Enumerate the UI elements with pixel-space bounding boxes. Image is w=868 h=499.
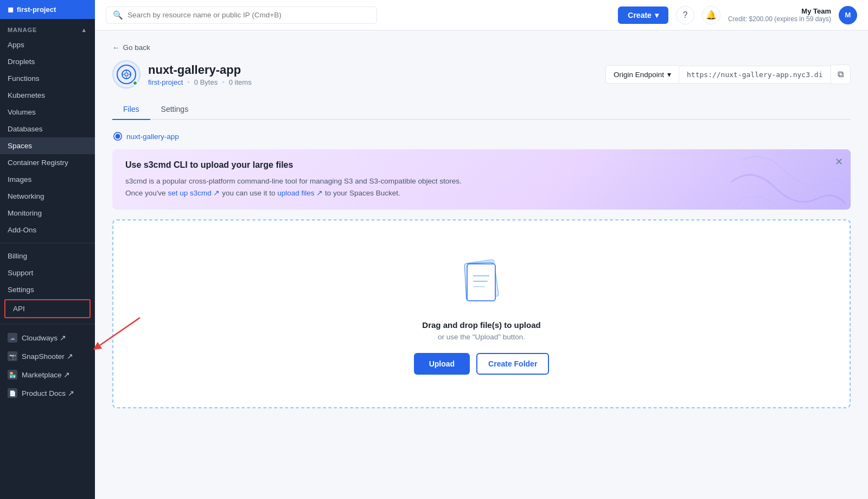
banner-line2-middle: you can use it to — [220, 189, 277, 197]
dropzone[interactable]: Drag and drop file(s) to upload or use t… — [112, 219, 851, 408]
sidebar-item-label: Apps — [8, 41, 24, 49]
dropzone-icon — [457, 253, 506, 309]
team-name: My Team — [728, 7, 831, 15]
breadcrumb-label: nuxt-gallery-app — [126, 132, 179, 141]
tab-files[interactable]: Files — [112, 99, 150, 120]
sidebar: ◼ first-project MANAGE ▲ Apps Droplets F… — [0, 0, 95, 499]
app-meta: first-project • 0 Bytes • 0 items — [148, 78, 605, 86]
copy-url-button[interactable]: ⧉ — [831, 65, 851, 84]
sidebar-item-databases[interactable]: Databases — [0, 121, 95, 137]
sidebar-divider1 — [0, 243, 95, 243]
search-input[interactable] — [127, 11, 370, 19]
cloudways-icon: ☁ — [8, 333, 17, 343]
sidebar-item-settings[interactable]: Settings — [0, 281, 95, 298]
banner-line2-prefix: Once you've — [125, 189, 168, 197]
sidebar-item-label: Container Registry — [8, 159, 68, 167]
notifications-button[interactable]: 🔔 — [702, 6, 720, 24]
sidebar-item-billing[interactable]: Billing — [0, 248, 95, 264]
team-credit: Credit: $200.00 (expires in 59 days) — [728, 15, 831, 23]
sidebar-item-spaces[interactable]: Spaces — [0, 137, 95, 154]
svg-point-2 — [125, 73, 128, 76]
help-button[interactable]: ? — [676, 6, 694, 24]
sidebar-item-cloudways[interactable]: ☁ Cloudways ↗ — [0, 329, 95, 347]
create-button[interactable]: Create ▾ — [618, 7, 668, 24]
sidebar-item-product-docs[interactable]: 📄 Product Docs ↗ — [0, 384, 95, 402]
dropzone-actions: Upload Create Folder — [414, 353, 550, 375]
sidebar-item-networking[interactable]: Networking — [0, 188, 95, 205]
endpoint-label: Origin Endpoint — [614, 71, 664, 79]
app-name: nuxt-gallery-app — [148, 63, 605, 77]
sidebar-item-label: Monitoring — [8, 209, 42, 217]
sidebar-item-apps[interactable]: Apps — [0, 36, 95, 53]
sidebar-item-label: Add-Ons — [8, 226, 36, 234]
sidebar-item-label: Droplets — [8, 58, 35, 66]
create-folder-button[interactable]: Create Folder — [476, 353, 549, 375]
create-label: Create — [628, 11, 652, 20]
copy-icon: ⧉ — [838, 70, 844, 79]
upload-label: Upload — [429, 359, 455, 368]
upload-files-link[interactable]: upload files ↗ — [277, 189, 323, 197]
sidebar-item-kubernetes[interactable]: Kubernetes — [0, 87, 95, 104]
breadcrumb[interactable]: nuxt-gallery-app — [112, 131, 851, 142]
avatar[interactable]: M — [839, 6, 857, 24]
sidebar-item-container-registry[interactable]: Container Registry — [0, 154, 95, 171]
sidebar-item-label: Billing — [8, 252, 27, 260]
sidebar-item-support[interactable]: Support — [0, 264, 95, 281]
collapse-icon[interactable]: ▲ — [81, 27, 87, 33]
docs-icon: 📄 — [8, 388, 17, 398]
team-info: My Team Credit: $200.00 (expires in 59 d… — [728, 7, 831, 23]
project-link[interactable]: first-project — [148, 78, 183, 86]
sidebar-item-api[interactable]: API — [4, 299, 91, 318]
sidebar-divider2 — [0, 324, 95, 324]
banner-line1: s3cmd is a popular cross-platform comman… — [125, 177, 462, 185]
sidebar-item-label: API — [13, 305, 25, 313]
sidebar-item-monitoring[interactable]: Monitoring — [0, 205, 95, 222]
endpoint-url-input[interactable] — [679, 66, 831, 84]
tab-settings[interactable]: Settings — [150, 99, 200, 120]
endpoint-select[interactable]: Origin Endpoint ▾ — [605, 65, 679, 84]
dropzone-subtitle: or use the "Upload" button. — [438, 333, 525, 341]
sidebar-item-functions[interactable]: Functions — [0, 70, 95, 87]
go-back-label: Go back — [123, 43, 150, 52]
sidebar-item-droplets[interactable]: Droplets — [0, 53, 95, 70]
create-folder-label: Create Folder — [488, 359, 537, 368]
sidebar-item-snapshooter[interactable]: 📷 SnapShooter ↗ — [0, 347, 95, 365]
sidebar-item-label: Databases — [8, 125, 43, 133]
sidebar-manage-label: MANAGE ▲ — [0, 19, 95, 36]
sidebar-item-images[interactable]: Images — [0, 171, 95, 188]
svg-rect-9 — [467, 264, 495, 301]
breadcrumb-icon — [112, 131, 123, 142]
sidebar-project[interactable]: ◼ first-project — [0, 0, 95, 19]
s3cmd-banner: Use s3cmd CLI to upload your large files… — [112, 149, 851, 210]
project-icon: ◼ — [8, 5, 14, 14]
sidebar-ext-label: Cloudways ↗ — [22, 333, 66, 342]
app-header: nuxt-gallery-app first-project • 0 Bytes… — [112, 60, 851, 89]
sidebar-item-label: Kubernetes — [8, 91, 45, 99]
sidebar-ext-label: Marketplace ↗ — [22, 370, 70, 379]
sidebar-project-label: first-project — [17, 5, 56, 14]
upload-button[interactable]: Upload — [414, 353, 470, 375]
sidebar-item-addons[interactable]: Add-Ons — [0, 222, 95, 238]
sidebar-item-label: Spaces — [8, 142, 32, 150]
topbar-right: Create ▾ ? 🔔 My Team Credit: $200.00 (ex… — [618, 6, 857, 24]
dot-separator: • — [187, 78, 190, 86]
sidebar-item-marketplace[interactable]: 🏪 Marketplace ↗ — [0, 365, 95, 384]
s3cmd-setup-link[interactable]: set up s3cmd ↗ — [168, 189, 220, 197]
topbar: 🔍 Create ▾ ? 🔔 My Team Credit: $200.00 (… — [95, 0, 868, 30]
go-back-link[interactable]: ← Go back — [112, 43, 851, 52]
banner-decoration — [731, 149, 851, 210]
snapshooter-icon: 📷 — [8, 351, 17, 361]
banner-text: s3cmd is a popular cross-platform comman… — [125, 175, 505, 199]
sidebar-item-label: Volumes — [8, 108, 36, 116]
app-title-group: nuxt-gallery-app first-project • 0 Bytes… — [148, 63, 605, 86]
avatar-text: M — [845, 11, 851, 19]
sidebar-item-label: Settings — [8, 286, 34, 294]
sidebar-item-volumes[interactable]: Volumes — [0, 104, 95, 121]
endpoint-group: Origin Endpoint ▾ ⧉ — [605, 65, 851, 84]
sidebar-item-label: Support — [8, 269, 33, 277]
tabs: Files Settings — [112, 99, 851, 120]
search-box[interactable]: 🔍 — [106, 7, 377, 24]
tab-files-label: Files — [123, 105, 139, 113]
main-wrapper: 🔍 Create ▾ ? 🔔 My Team Credit: $200.00 (… — [95, 0, 868, 499]
app-icon — [112, 60, 141, 89]
